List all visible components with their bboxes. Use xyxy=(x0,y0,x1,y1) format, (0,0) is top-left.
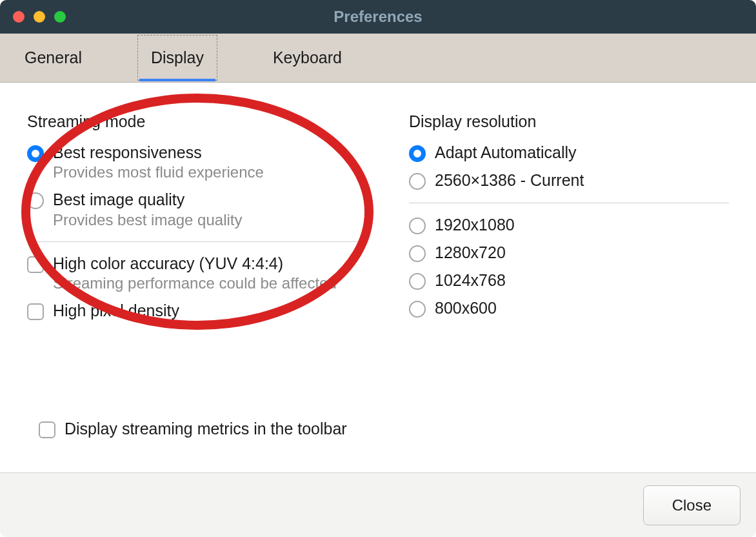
option-pixel-density[interactable]: High pixel density xyxy=(27,301,369,321)
color-accuracy-sub: Streaming performance could be affected xyxy=(53,274,337,293)
traffic-lights xyxy=(0,11,66,23)
streaming-mode-title: Streaming mode xyxy=(27,112,369,131)
best-quality-sub: Provides best image quality xyxy=(53,210,242,230)
option-best-responsiveness[interactable]: Best responsiveness Provides most fluid … xyxy=(27,143,369,182)
res-800-label: 800x600 xyxy=(435,298,497,318)
streaming-mode-section: Streaming mode Best responsiveness Provi… xyxy=(27,112,369,329)
preferences-window: Preferences General Display Keyboard Str… xyxy=(0,0,756,537)
display-resolution-section: Display resolution Adapt Automatically 2… xyxy=(409,112,729,329)
tab-bar: General Display Keyboard xyxy=(0,34,756,83)
tab-display[interactable]: Display xyxy=(137,35,217,81)
option-res-800[interactable]: 800x600 xyxy=(409,298,729,318)
radio-res-1920[interactable] xyxy=(409,218,426,234)
minimize-window-icon[interactable] xyxy=(34,11,45,23)
res-current-label: 2560×1386 - Current xyxy=(435,170,584,190)
option-adapt-auto[interactable]: Adapt Automatically xyxy=(409,143,729,163)
content-area: Streaming mode Best responsiveness Provi… xyxy=(0,83,756,470)
radio-res-current[interactable] xyxy=(409,173,426,190)
option-res-1280[interactable]: 1280x720 xyxy=(409,243,729,263)
option-res-current[interactable]: 2560×1386 - Current xyxy=(409,170,729,190)
checkbox-streaming-metrics[interactable] xyxy=(39,421,55,438)
radio-adapt-auto[interactable] xyxy=(409,145,426,162)
checkbox-color-accuracy[interactable] xyxy=(27,256,44,273)
close-button[interactable]: Close xyxy=(643,485,741,525)
option-best-quality[interactable]: Best image quality Provides best image q… xyxy=(27,190,369,229)
streaming-divider xyxy=(27,241,369,242)
option-color-accuracy[interactable]: High color accuracy (YUV 4:4:4) Streamin… xyxy=(27,254,369,293)
radio-best-quality[interactable] xyxy=(27,192,44,209)
adapt-auto-label: Adapt Automatically xyxy=(435,143,577,163)
res-1920-label: 1920x1080 xyxy=(435,215,515,235)
display-resolution-title: Display resolution xyxy=(409,112,729,131)
option-res-1024[interactable]: 1024x768 xyxy=(409,270,729,290)
best-responsiveness-label: Best responsiveness xyxy=(53,143,264,163)
maximize-window-icon[interactable] xyxy=(54,11,66,23)
option-streaming-metrics[interactable]: Display streaming metrics in the toolbar xyxy=(39,419,347,439)
resolution-divider xyxy=(409,203,729,203)
bottom-bar: Close xyxy=(0,472,756,537)
tab-general[interactable]: General xyxy=(25,35,82,80)
radio-res-800[interactable] xyxy=(409,301,426,318)
checkbox-pixel-density[interactable] xyxy=(27,303,44,320)
color-accuracy-label: High color accuracy (YUV 4:4:4) xyxy=(53,254,337,274)
streaming-metrics-label: Display streaming metrics in the toolbar xyxy=(65,419,347,439)
titlebar: Preferences xyxy=(0,0,756,34)
radio-res-1024[interactable] xyxy=(409,273,426,290)
tab-keyboard[interactable]: Keyboard xyxy=(273,35,342,80)
res-1024-label: 1024x768 xyxy=(435,270,506,290)
close-window-icon[interactable] xyxy=(13,11,25,23)
res-1280-label: 1280x720 xyxy=(435,243,506,263)
option-res-1920[interactable]: 1920x1080 xyxy=(409,215,729,235)
best-responsiveness-sub: Provides most fluid experience xyxy=(53,163,264,182)
best-quality-label: Best image quality xyxy=(53,190,242,210)
pixel-density-label: High pixel density xyxy=(53,301,179,321)
radio-res-1280[interactable] xyxy=(409,245,426,262)
window-title: Preferences xyxy=(0,8,756,26)
radio-best-responsiveness[interactable] xyxy=(27,145,44,162)
